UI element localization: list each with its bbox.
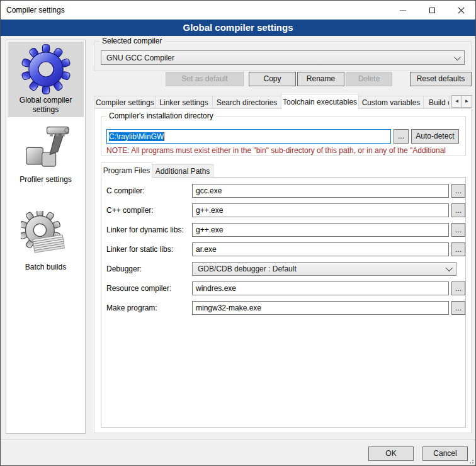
cpp-compiler-label: C++ compiler: <box>106 206 154 215</box>
tab-custom-variables[interactable]: Custom variables <box>358 96 424 109</box>
tab-additional-paths[interactable]: Additional Paths <box>152 164 213 178</box>
tab-build-options[interactable]: Build options <box>423 96 450 109</box>
toolchain-executables-page: Compiler's installation directory C:\ray… <box>94 108 472 433</box>
gear-blue-icon <box>20 43 72 96</box>
cancel-button[interactable]: Cancel <box>422 446 468 461</box>
sidebar-item-batch-builds[interactable]: Batch builds <box>8 208 84 275</box>
dynamic-linker-label: Linker for dynamic libs: <box>106 225 184 234</box>
dynamic-linker-input[interactable] <box>192 223 449 237</box>
static-linker-browse-button[interactable]: ... <box>451 242 465 256</box>
close-icon <box>457 6 465 14</box>
text-caret <box>164 132 164 141</box>
tab-scroll-arrows: ◄ ► <box>452 95 472 108</box>
installation-directory-value: C:\raylib\MinGW <box>109 132 164 141</box>
dynamic-linker-browse-button[interactable]: ... <box>451 223 465 237</box>
settings-sidebar: Global compiler settings Profiler settin… <box>6 40 86 434</box>
debugger-select-value: GDB/CDB debugger : Default <box>198 264 446 273</box>
main-tab-strip: Compiler settings Linker settings Search… <box>94 94 451 109</box>
close-button[interactable] <box>446 1 475 20</box>
sidebar-item-label: Profiler settings <box>8 175 84 185</box>
debugger-label: Debugger: <box>106 264 142 273</box>
c-compiler-input[interactable] <box>192 184 449 198</box>
tab-toolchain-executables[interactable]: Toolchain executables <box>281 94 359 109</box>
resize-grip[interactable] <box>468 458 473 463</box>
tab-scroll-left-button[interactable]: ◄ <box>451 95 462 108</box>
installation-directory-group: Compiler's installation directory C:\ray… <box>101 116 466 156</box>
program-files-page: C compiler: ... C++ compiler: ... Linker… <box>101 177 466 428</box>
rename-button[interactable]: Rename <box>297 72 344 86</box>
minimize-button[interactable] <box>388 1 417 20</box>
installation-directory-group-label: Compiler's installation directory <box>106 111 216 120</box>
sub-tab-strip: Program Files Additional Paths <box>101 162 453 178</box>
title-bar: Compiler settings <box>1 1 475 20</box>
installation-directory-input[interactable]: C:\raylib\MinGW <box>106 129 391 144</box>
maximize-icon <box>429 8 435 13</box>
bin-subdirectory-note: NOTE: All programs must exist either in … <box>106 146 463 155</box>
window-title: Compiler settings <box>1 6 65 14</box>
sidebar-item-profiler-settings[interactable]: Profiler settings <box>8 121 84 187</box>
gear-stack-icon <box>20 210 72 263</box>
caliper-icon <box>20 122 72 175</box>
reset-defaults-button[interactable]: Reset defaults <box>410 72 472 86</box>
make-program-browse-button[interactable]: ... <box>451 301 465 315</box>
c-compiler-label: C compiler: <box>106 186 145 195</box>
cpp-compiler-browse-button[interactable]: ... <box>451 203 465 217</box>
copy-button[interactable]: Copy <box>249 72 296 86</box>
browse-directory-button[interactable]: ... <box>394 129 409 144</box>
tab-search-directories[interactable]: Search directories <box>212 96 281 109</box>
cpp-compiler-input[interactable] <box>192 203 449 217</box>
set-as-default-button: Set as default <box>166 72 244 86</box>
chevron-down-icon <box>454 53 461 60</box>
static-linker-input[interactable] <box>192 242 449 256</box>
make-program-label: Make program: <box>106 304 157 312</box>
compiler-select[interactable]: GNU GCC Compiler <box>101 50 465 65</box>
ok-button[interactable]: OK <box>368 446 414 461</box>
delete-button: Delete <box>346 72 392 86</box>
resource-compiler-input[interactable] <box>192 281 449 295</box>
make-program-input[interactable] <box>192 301 449 315</box>
minimize-icon <box>400 10 406 11</box>
c-compiler-browse-button[interactable]: ... <box>451 184 465 198</box>
selected-compiler-group: Selected compiler GNU GCC Compiler <box>94 41 472 71</box>
debugger-select[interactable]: GDB/CDB debugger : Default <box>192 262 456 276</box>
compiler-select-value: GNU GCC Compiler <box>106 54 454 62</box>
compiler-actions-row: Set as default Copy Rename Delete Reset … <box>1 72 476 87</box>
tab-linker-settings[interactable]: Linker settings <box>155 96 213 109</box>
auto-detect-button[interactable]: Auto-detect <box>411 129 459 144</box>
sidebar-item-label: Global compiler settings <box>8 96 84 115</box>
page-title: Global compiler settings <box>1 20 475 36</box>
tab-scroll-right-button[interactable]: ► <box>462 95 472 108</box>
chevron-down-icon <box>446 264 453 271</box>
sidebar-item-label: Batch builds <box>8 263 84 272</box>
resource-compiler-label: Resource compiler: <box>106 284 171 293</box>
selected-compiler-group-label: Selected compiler <box>99 37 164 45</box>
tab-program-files[interactable]: Program Files <box>101 162 152 178</box>
compiler-settings-dialog: Compiler settings Global compiler settin… <box>0 0 476 466</box>
tab-compiler-settings[interactable]: Compiler settings <box>94 96 156 109</box>
maximize-button[interactable] <box>417 1 446 20</box>
footer-divider <box>1 440 475 440</box>
resource-compiler-browse-button[interactable]: ... <box>451 281 465 295</box>
static-linker-label: Linker for static libs: <box>106 245 173 254</box>
